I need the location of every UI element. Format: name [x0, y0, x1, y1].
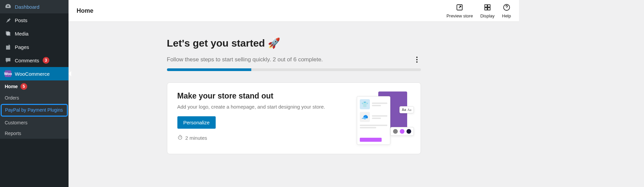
sidebar-label: Posts: [15, 17, 28, 23]
sidebar-item-dashboard[interactable]: Dashboard: [0, 0, 69, 13]
personalize-button[interactable]: Personalize: [177, 116, 216, 129]
card-illustration: 👕 🧢 AaAa: [357, 91, 411, 145]
preview-store-button[interactable]: Preview store: [446, 3, 473, 18]
update-count-badge: 5: [20, 83, 27, 90]
progress-bar: [167, 68, 421, 71]
action-label: Preview store: [446, 13, 473, 18]
sidebar-item-media[interactable]: Media: [0, 27, 69, 40]
submenu-label: Reports: [5, 131, 21, 136]
svg-rect-6: [488, 8, 490, 10]
onboarding-heading: Let's get you started 🚀: [167, 37, 421, 49]
admin-sidebar: Dashboard Posts Media Pages Comments: [0, 0, 69, 187]
comment-icon: [5, 57, 11, 64]
sidebar-item-pages[interactable]: Pages: [0, 40, 69, 54]
sidebar-label: Media: [15, 31, 29, 37]
time-estimate: 2 minutes: [177, 135, 350, 141]
svg-rect-0: [6, 32, 10, 35]
submenu-label: PayPal by Payment Plugins: [5, 107, 63, 113]
action-label: Display: [480, 13, 495, 18]
submenu-label: Orders: [5, 95, 19, 101]
sidebar-label: Pages: [15, 44, 29, 50]
topbar-actions: Preview store Display Help: [446, 3, 511, 18]
gauge-icon: [5, 3, 11, 10]
sidebar-item-posts[interactable]: Posts: [0, 13, 69, 27]
help-button[interactable]: Help: [502, 3, 511, 18]
update-count-badge: 3: [43, 57, 49, 64]
progress-text: Follow these steps to start selling quic…: [167, 56, 323, 63]
sidebar-item-comments[interactable]: Comments 3: [0, 54, 69, 67]
submenu-label: Customers: [5, 120, 28, 125]
svg-rect-3: [485, 5, 487, 7]
svg-rect-4: [488, 5, 490, 7]
submenu-item-home[interactable]: Home 5: [0, 80, 69, 92]
grid-icon: [483, 3, 491, 12]
svg-rect-1: [6, 44, 9, 46]
more-options-button[interactable]: [413, 56, 421, 64]
time-label: 2 minutes: [185, 135, 207, 141]
sidebar-label: WooCommerce: [15, 71, 50, 77]
progress-fill: [167, 68, 252, 71]
sidebar-label: Comments: [15, 58, 39, 63]
onboarding-card: Make your store stand out Add your logo,…: [167, 82, 421, 154]
woo-icon: Woo: [5, 70, 11, 77]
rocket-icon: 🚀: [268, 37, 280, 49]
media-icon: [5, 30, 11, 37]
sidebar-item-woocommerce[interactable]: Woo WooCommerce: [0, 67, 69, 80]
pushpin-icon: [5, 17, 11, 23]
submenu-item-customers[interactable]: Customers: [0, 117, 69, 128]
stopwatch-icon: [177, 135, 183, 141]
display-button[interactable]: Display: [480, 3, 495, 18]
content-area: Let's get you started 🚀 Follow these ste…: [69, 22, 519, 187]
page-title: Home: [77, 7, 93, 14]
card-description: Add your logo, create a homepage, and st…: [177, 104, 350, 110]
sidebar-label: Dashboard: [15, 4, 39, 10]
woocommerce-submenu: Home 5 Orders PayPal by Payment Plugins …: [0, 80, 69, 139]
submenu-item-orders[interactable]: Orders: [0, 92, 69, 103]
submenu-label: Home: [5, 84, 18, 89]
svg-point-8: [178, 136, 182, 139]
submenu-item-paypal[interactable]: PayPal by Payment Plugins: [1, 104, 68, 117]
color-swatches: [390, 127, 414, 136]
submenu-item-reports[interactable]: Reports: [0, 128, 69, 139]
action-label: Help: [502, 13, 511, 18]
main-area: Home Preview store Display: [69, 0, 519, 187]
card-title: Make your store stand out: [177, 91, 350, 101]
help-icon: [503, 3, 511, 12]
external-link-icon: [456, 3, 464, 12]
topbar: Home Preview store Display: [69, 0, 519, 22]
svg-rect-5: [485, 8, 487, 10]
page-icon: [5, 44, 11, 50]
